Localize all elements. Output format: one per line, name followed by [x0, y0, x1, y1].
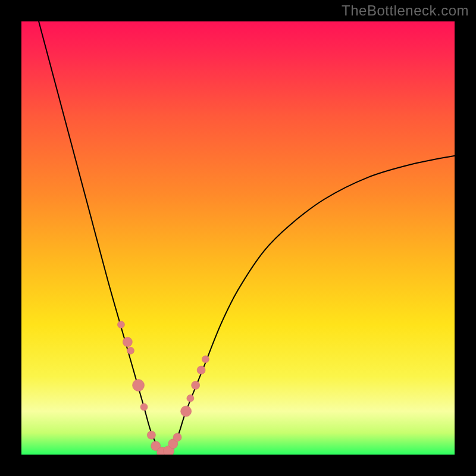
sample-dot	[192, 381, 200, 390]
plot-area	[21, 21, 455, 455]
sample-dot	[133, 380, 145, 392]
sample-dot	[202, 356, 209, 363]
sample-dot	[181, 406, 192, 416]
sample-dot	[127, 347, 134, 354]
sample-dot	[173, 433, 181, 441]
sample-dot	[187, 394, 194, 402]
sample-dot	[117, 321, 124, 328]
sample-dot	[123, 337, 132, 347]
sample-dot	[140, 403, 148, 411]
chart-stage: TheBottleneck.com	[0, 0, 476, 476]
sample-dot	[147, 431, 155, 439]
sample-dots-group	[117, 321, 209, 455]
dots-layer	[21, 21, 455, 455]
watermark-text: TheBottleneck.com	[342, 2, 469, 19]
sample-dot	[197, 366, 205, 374]
